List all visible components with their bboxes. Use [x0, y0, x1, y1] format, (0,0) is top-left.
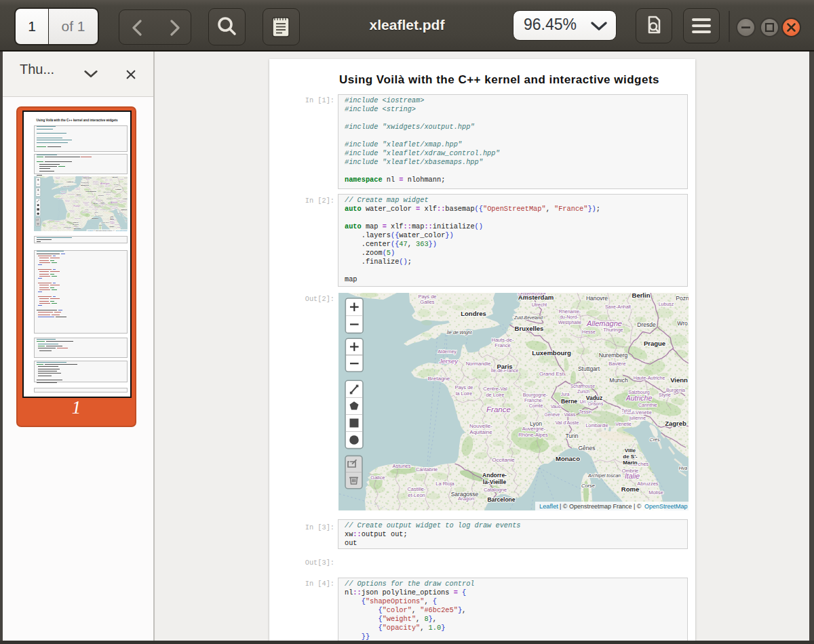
svg-text:Catalogne: Catalogne: [484, 487, 507, 493]
svg-text:et-León: et-León: [408, 492, 425, 498]
svg-text:Comté: Comté: [529, 403, 543, 408]
svg-text:Carinthie: Carinthie: [638, 403, 657, 407]
svg-text:Londres: Londres: [461, 310, 486, 317]
svg-text:Nuremberg: Nuremberg: [599, 352, 628, 359]
svg-text:Leaflet: Leaflet: [539, 503, 558, 510]
svg-text:Vénétie: Vénétie: [615, 422, 632, 426]
svg-text:Marin: Marin: [623, 460, 637, 466]
svg-text:Luxembourg: Luxembourg: [532, 349, 571, 357]
svg-text:Aquitaine: Aquitaine: [469, 429, 492, 435]
svg-text:Saxe-Anhalt: Saxe-Anhalt: [605, 304, 631, 309]
svg-text:Zagreb: Zagreb: [665, 420, 686, 427]
svg-text:Schaffhouse: Schaffhouse: [570, 384, 595, 388]
svg-text:Autriche: Autriche: [625, 394, 653, 402]
svg-text:Pozn: Pozn: [676, 295, 689, 302]
svg-text:Uri: Uri: [580, 399, 585, 404]
svg-text:Lubusz: Lubusz: [659, 302, 674, 306]
svg-text:Barcelone: Barcelone: [487, 496, 515, 503]
svg-text:Archipel toscan: Archipel toscan: [587, 473, 621, 479]
svg-text:Berlin: Berlin: [632, 293, 651, 299]
svg-text:Lombardie: Lombardie: [585, 423, 608, 428]
svg-text:Turin: Turin: [565, 432, 578, 439]
svg-text:Abruzzes: Abruzzes: [637, 481, 659, 487]
svg-text:OpenStreetMap: OpenStreetMap: [644, 503, 688, 510]
svg-text:Genève: Genève: [545, 412, 560, 417]
svg-text:Hanovre: Hanovre: [586, 295, 608, 302]
svg-text:Vaud: Vaud: [551, 404, 561, 409]
svg-text:Val d'Aoste: Val d'Aoste: [556, 420, 579, 425]
svg-text:de S'-: de S'-: [623, 454, 638, 460]
svg-text:Nouvelle-: Nouvelle-: [469, 423, 492, 429]
svg-text:La Rioja: La Rioja: [435, 481, 454, 487]
svg-text:Cantabrie: Cantabrie: [416, 466, 438, 472]
svg-text:Haute-Autriche: Haute-Autriche: [634, 376, 665, 380]
svg-text:Zurich: Zurich: [577, 389, 589, 394]
svg-text:| © Openstreetmap France | ©: | © Openstreetmap France | ©: [560, 503, 642, 510]
svg-text:Dresde: Dresde: [637, 321, 656, 328]
svg-text:Prague: Prague: [644, 340, 665, 347]
svg-text:Molise: Molise: [648, 489, 663, 496]
svg-text:du-Nord-: du-Nord-: [560, 315, 579, 319]
svg-text:Westphalie: Westphalie: [558, 320, 582, 325]
svg-text:Corse: Corse: [581, 483, 595, 489]
svg-text:de Loire: de Loire: [486, 392, 504, 398]
svg-text:Burgenla: Burgenla: [666, 388, 685, 393]
svg-text:Pays de: Pays de: [454, 384, 473, 390]
svg-text:Normandie: Normandie: [466, 361, 491, 367]
svg-text:Lyon: Lyon: [530, 420, 542, 427]
svg-text:Grisons: Grisons: [588, 401, 604, 406]
svg-text:Castille-: Castille-: [407, 486, 426, 492]
svg-text:Munich: Munich: [609, 377, 628, 384]
svg-text:Thuringe: Thuringe: [603, 327, 623, 333]
svg-text:la-Vieille: la-Vieille: [483, 479, 507, 485]
svg-text:Andorre-: Andorre-: [482, 472, 507, 479]
svg-text:Bourgogne-: Bourgogne-: [523, 393, 548, 398]
svg-text:Jersey: Jersey: [438, 357, 459, 365]
svg-text:Monaco: Monaco: [556, 455, 580, 462]
svg-text:Gênes: Gênes: [578, 445, 595, 451]
svg-text:Galice: Galice: [370, 475, 385, 481]
svg-text:Ville: Ville: [625, 447, 636, 454]
svg-text:Bruxelles: Bruxelles: [515, 325, 544, 332]
svg-text:Franche-: Franche-: [524, 398, 544, 403]
svg-text:Tyrol: Tyrol: [621, 408, 632, 414]
svg-text:Bretagne: Bretagne: [428, 376, 450, 382]
svg-text:Île de Wight: Île de Wight: [447, 329, 473, 336]
svg-text:Italie: Italie: [625, 472, 640, 480]
svg-text:France: France: [486, 405, 511, 414]
svg-text:Paris: Paris: [497, 363, 512, 370]
svg-text:Saragosse: Saragosse: [451, 491, 479, 498]
svg-text:Hesse: Hesse: [582, 329, 596, 334]
svg-text:Vienn: Vienn: [670, 376, 688, 384]
svg-text:Hva: Hva: [679, 466, 688, 470]
svg-text:Jura: Jura: [561, 392, 570, 397]
svg-text:Zuid-Beveland: Zuid-Beveland: [513, 315, 543, 320]
svg-text:Grand Est: Grand Est: [539, 371, 564, 377]
svg-text:Bavière: Bavière: [608, 361, 625, 367]
svg-text:Occitanie: Occitanie: [492, 457, 515, 463]
svg-text:Stuttgart: Stuttgart: [578, 365, 600, 372]
svg-text:Alderney: Alderney: [438, 349, 457, 355]
svg-text:Wro: Wro: [677, 320, 688, 327]
svg-text:Tessin: Tessin: [579, 409, 592, 414]
svg-text:Galles: Galles: [420, 299, 435, 305]
svg-text:Vaduz: Vaduz: [586, 395, 603, 401]
svg-text:la Loire: la Loire: [456, 390, 473, 397]
svg-text:Styrie: Styrie: [659, 393, 671, 398]
svg-text:Rhône-Alpes: Rhône-Alpes: [518, 432, 548, 438]
svg-text:Berne: Berne: [561, 398, 577, 405]
svg-text:Allemagne: Allemagne: [586, 319, 622, 327]
svg-text:Valais: Valais: [564, 412, 576, 417]
svg-text:julienne: julienne: [629, 416, 646, 421]
svg-text:Amsterdam: Amsterdam: [518, 294, 554, 301]
svg-text:Asturies: Asturies: [392, 463, 410, 469]
svg-text:Utrecht: Utrecht: [532, 302, 547, 307]
svg-text:Centre-Val: Centre-Val: [483, 386, 507, 392]
svg-text:France: France: [495, 342, 510, 348]
svg-text:Cres: Cres: [650, 437, 660, 442]
svg-text:Rome: Rome: [621, 485, 639, 493]
svg-text:Rhénanie-: Rhénanie-: [559, 309, 581, 314]
